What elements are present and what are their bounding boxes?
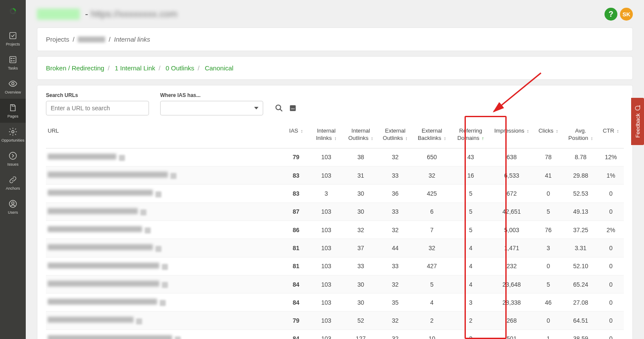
left-sidebar: Projects Tasks Overview Pages Opportunit… — [0, 0, 26, 339]
feedback-tab[interactable]: Feedback — [631, 98, 644, 145]
nav-issues[interactable]: Issues — [0, 147, 26, 171]
svg-text:csv: csv — [291, 107, 295, 110]
column-header[interactable]: ExternalBacklinks ↕ — [413, 124, 451, 148]
ias-filter-select[interactable] — [160, 101, 263, 115]
table-row[interactable]: 8410330354328,3384627.080 — [46, 294, 624, 312]
open-icon[interactable] — [160, 300, 166, 306]
column-header[interactable]: URL — [46, 124, 283, 148]
column-header[interactable]: InternalInlinks ↕ — [309, 124, 343, 148]
cell: 5 — [533, 275, 563, 293]
url-cell[interactable] — [46, 312, 283, 330]
table-row[interactable]: 861033232755,0037637.252% — [46, 221, 624, 239]
user-avatar[interactable]: SK — [620, 8, 633, 21]
url-cell[interactable] — [46, 221, 283, 239]
tab-canonical[interactable]: Canonical — [205, 64, 234, 72]
url-cell[interactable] — [46, 275, 283, 293]
cell: 33 — [378, 203, 412, 221]
data-table-card: Search URLs Where IAS has... csv — [37, 85, 633, 339]
cell: 2 — [413, 312, 451, 330]
table-row[interactable]: 83103313332166,5334129.881% — [46, 166, 624, 185]
breadcrumb-project-blurred[interactable] — [78, 36, 105, 42]
table-row[interactable]: 8110333334274232052.100 — [46, 257, 624, 275]
cell: 427 — [413, 257, 451, 275]
table-row[interactable]: 8710330336542,651549.130 — [46, 203, 624, 221]
column-header[interactable]: InternalOutlinks ↕ — [343, 124, 378, 148]
table-row[interactable]: 79103383265043638788.7812% — [46, 148, 624, 166]
tab-broken[interactable]: Broken / Redirecting — [46, 64, 104, 72]
cell: 6 — [413, 203, 451, 221]
table-row[interactable]: 8410330325423,648565.240 — [46, 275, 624, 293]
column-header[interactable]: IAS ↕ — [283, 124, 309, 148]
open-icon[interactable] — [140, 209, 146, 215]
url-cell[interactable] — [46, 166, 283, 185]
nav-opportunities[interactable]: Opportunities — [0, 123, 26, 147]
cell: 10 — [413, 330, 451, 339]
cell: 5 — [451, 221, 490, 239]
nav-projects[interactable]: Projects — [0, 27, 26, 51]
cell: 103 — [309, 330, 343, 339]
nav-users[interactable]: Users — [0, 195, 26, 219]
url-cell[interactable] — [46, 185, 283, 203]
cell: 65.24 — [563, 275, 598, 293]
tab-0-outlinks[interactable]: 0 Outlinks — [166, 64, 194, 72]
column-header[interactable]: CTR ↕ — [598, 124, 624, 148]
open-icon[interactable] — [155, 246, 161, 252]
url-cell[interactable] — [46, 239, 283, 257]
gear-icon — [8, 127, 18, 136]
nav-label: Users — [8, 210, 18, 215]
url-cell[interactable] — [46, 294, 283, 312]
logo-icon — [7, 5, 19, 17]
url-cell[interactable] — [46, 330, 283, 339]
help-button[interactable]: ? — [605, 8, 617, 21]
search-button[interactable] — [274, 103, 284, 115]
cell: 32 — [378, 148, 412, 166]
nav-label: Issues — [7, 162, 18, 166]
nav-tasks[interactable]: Tasks — [0, 51, 26, 75]
export-csv-button[interactable]: csv — [289, 104, 297, 114]
cell: 30 — [343, 294, 378, 312]
breadcrumb-root[interactable]: Projects — [46, 36, 69, 43]
url-cell[interactable] — [46, 257, 283, 275]
cell: 30 — [343, 185, 378, 203]
cell: 52.53 — [563, 185, 598, 203]
open-icon[interactable] — [119, 155, 125, 161]
cell: 32 — [343, 221, 378, 239]
nav-label: Tasks — [8, 66, 18, 70]
open-icon[interactable] — [162, 264, 168, 270]
table-row[interactable]: 8410312732102501138.590 — [46, 330, 624, 339]
column-header[interactable]: ReferringDomains ↑ — [451, 124, 490, 148]
column-header[interactable]: Avg.Position ↕ — [563, 124, 598, 148]
nav-overview[interactable]: Overview — [0, 75, 26, 99]
column-header[interactable]: Impressions ↕ — [490, 124, 533, 148]
ias-cell: 79 — [283, 312, 309, 330]
breadcrumb-current: Internal links — [114, 36, 150, 43]
column-header[interactable]: ExternalOutlinks ↕ — [378, 124, 412, 148]
open-icon[interactable] — [175, 336, 181, 339]
cell: 78 — [533, 148, 563, 166]
cell: 650 — [413, 148, 451, 166]
app-logo[interactable] — [6, 4, 20, 18]
separator: / — [73, 36, 74, 43]
column-header[interactable]: Clicks ↕ — [533, 124, 563, 148]
tab-1-internal[interactable]: 1 Internal Link — [115, 64, 155, 72]
open-icon[interactable] — [162, 282, 168, 288]
cell: 0 — [533, 185, 563, 203]
table-row[interactable]: 79103523222268064.510 — [46, 312, 624, 330]
cell: 6,533 — [490, 166, 533, 185]
cell: 33 — [378, 257, 412, 275]
nav-pages[interactable]: Pages — [0, 99, 26, 123]
cell: 41 — [533, 166, 563, 185]
search-input[interactable] — [46, 101, 149, 115]
table-row[interactable]: 8110337443241,47133.310 — [46, 239, 624, 257]
table-row[interactable]: 83330364255672052.530 — [46, 185, 624, 203]
nav-anchors[interactable]: Anchors — [0, 171, 26, 195]
open-icon[interactable] — [145, 227, 151, 233]
url-cell[interactable] — [46, 148, 283, 166]
ias-cell: 86 — [283, 221, 309, 239]
open-icon[interactable] — [155, 191, 161, 197]
cell: 7 — [413, 221, 451, 239]
user-icon — [8, 199, 18, 209]
url-cell[interactable] — [46, 203, 283, 221]
open-icon[interactable] — [170, 173, 176, 179]
open-icon[interactable] — [136, 318, 142, 324]
